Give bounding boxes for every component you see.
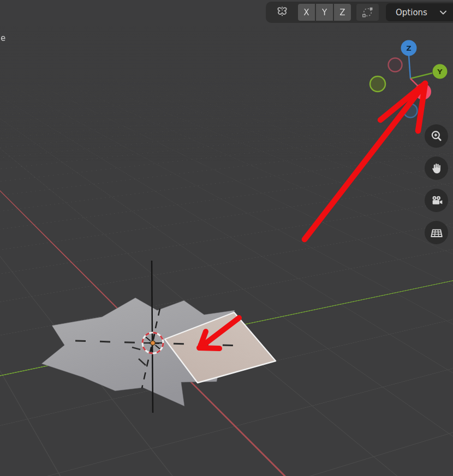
gizmo-minus-y-handle[interactable] [370,76,385,92]
options-dropdown[interactable]: Options [386,3,453,21]
orthographic-toggle-button[interactable] [425,221,448,244]
chevron-down-icon [440,10,446,15]
camera-view-button[interactable] [425,189,448,212]
gizmo-x-label: X [420,88,426,96]
blender-3d-viewport[interactable]: Z Y X e X Y Z Options [0,0,453,476]
navigation-gizmo[interactable]: Z Y X [370,40,448,118]
zoom-button[interactable] [425,124,448,148]
pan-button[interactable] [425,156,448,180]
proportional-falloff-icon [361,5,374,19]
gizmo-minus-x-handle[interactable] [389,58,402,72]
axis-y-button[interactable]: Y [316,4,333,21]
proportional-falloff-button[interactable] [356,4,379,21]
zoom-in-icon [430,129,444,143]
axis-constraint-group: X Y Z [298,4,351,21]
axis-x-button[interactable]: X [298,4,315,21]
pan-hand-icon [430,161,444,176]
options-label: Options [396,8,427,17]
view-label-fragment: e [1,33,5,43]
axis-z-button[interactable]: Z [334,4,351,21]
gizmo-minus-z-handle[interactable] [404,104,418,118]
viewport-nav-column [425,124,448,244]
orthographic-grid-icon [430,226,444,240]
header-toolbar: X Y Z Options [266,2,453,23]
camera-view-icon [430,194,444,208]
cursor-center-dot [151,341,155,345]
mirror-butterfly-icon[interactable] [273,4,291,21]
gizmo-y-label: Y [437,68,443,76]
gizmo-z-label: Z [406,44,411,52]
